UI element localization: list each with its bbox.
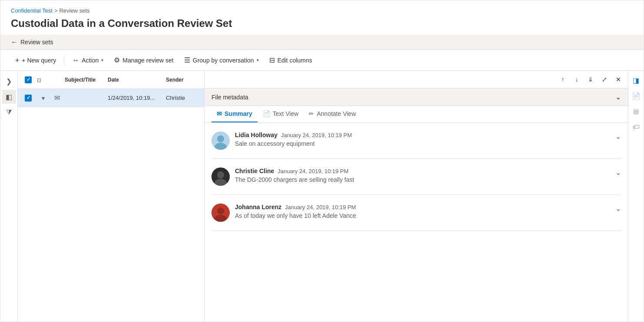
row-date: 1/24/2019, 10:19... — [108, 95, 164, 101]
back-button[interactable]: ← Review sets — [11, 38, 53, 46]
document-icon[interactable]: ◧ — [2, 90, 16, 104]
table-row[interactable]: ▾ ✉ 1/24/2019, 10:19... Christie — [18, 89, 204, 107]
nav-down-button[interactable]: ↓ — [571, 73, 583, 85]
message-header: Christie Cline January 24, 2019, 10:19 P… — [235, 168, 610, 174]
textview-tab-icon: 📄 — [263, 110, 270, 117]
sender-name: Lidia Holloway — [235, 131, 277, 138]
sender-name: Christie Cline — [235, 168, 274, 174]
annotate-tab-label: Annotate View — [317, 110, 356, 117]
svg-point-1 — [217, 135, 224, 142]
expand-icon: ▾ — [42, 95, 45, 102]
new-query-label: + New query — [22, 57, 56, 64]
group-by-conversation-button[interactable]: ☰ Group by conversation ▾ — [180, 53, 263, 67]
avatar — [211, 131, 230, 150]
row-sender: Christie — [166, 95, 201, 101]
message-time: January 24, 2019, 10:19 PM — [281, 132, 352, 138]
action-label: Action — [82, 57, 99, 64]
item-expand-icon[interactable]: ⌄ — [615, 131, 621, 141]
group-by-label: Group by conversation — [193, 57, 254, 64]
list-item: Johanna Lorenz January 24, 2019, 10:19 P… — [211, 195, 621, 231]
row-select-checkbox[interactable] — [25, 95, 32, 102]
panel-view-icon[interactable]: ◨ — [630, 74, 642, 86]
grid-icon[interactable]: ⊞ — [630, 105, 642, 118]
columns-icon: ⊟ — [269, 56, 275, 64]
action-icon: ↔ — [72, 56, 79, 64]
header-checkbox-col — [21, 76, 35, 83]
item-expand-icon[interactable]: ⌄ — [615, 204, 621, 213]
tab-annotate-view[interactable]: ✏ Annotate View — [304, 106, 361, 122]
annotate-tab-icon: ✏ — [309, 110, 314, 117]
textview-tab-label: Text View — [273, 110, 299, 117]
summary-tab-icon: ✉ — [217, 110, 222, 117]
message-text: The DG-2000 chargers are selling really … — [235, 176, 610, 183]
message-header: Lidia Holloway January 24, 2019, 10:19 P… — [235, 131, 610, 138]
list-item: Lidia Holloway January 24, 2019, 10:19 P… — [211, 123, 621, 159]
filter-icon[interactable]: ⧩ — [2, 105, 16, 119]
manage-review-set-button[interactable]: ⚙ Manage review set — [109, 53, 178, 67]
new-query-button[interactable]: + + New query — [11, 54, 60, 67]
message-time: January 24, 2019, 10:19 PM — [277, 168, 348, 174]
avatar — [211, 204, 230, 222]
nav-expand-button[interactable]: ⤢ — [598, 73, 611, 85]
avatar — [211, 168, 230, 186]
panel-close-button[interactable]: ✕ — [612, 73, 624, 85]
tab-summary[interactable]: ✉ Summary — [211, 106, 258, 122]
tab-text-view[interactable]: 📄 Text View — [258, 106, 304, 122]
metadata-chevron-icon[interactable]: ⌄ — [615, 93, 621, 101]
row-expand-toggle[interactable]: ▾ — [37, 95, 49, 102]
sender-column-header[interactable]: Sender — [166, 77, 201, 83]
action-button[interactable]: ↔ Action ▾ — [68, 54, 108, 67]
gear-icon: ⚙ — [114, 56, 120, 64]
toolbar: + + New query ↔ Action ▾ ⚙ Manage review… — [0, 50, 644, 71]
message-time: January 24, 2019, 10:19 PM — [285, 204, 356, 210]
group-chevron-icon: ▾ — [257, 58, 259, 62]
document-table: ⊡ Subject/Title Date Sender ▾ ✉ 1/24/201… — [18, 71, 205, 322]
edit-columns-label: Edit columns — [277, 57, 312, 64]
message-content: Lidia Holloway January 24, 2019, 10:19 P… — [235, 131, 610, 147]
file-metadata-bar: File metadata ⌄ — [205, 89, 628, 106]
right-icon-panel: ◨ 📄 ⊞ 🏷 — [628, 71, 644, 322]
page-title: Custodial Data in a Conversation Review … — [11, 17, 633, 30]
list-item: Christie Cline January 24, 2019, 10:19 P… — [211, 159, 621, 195]
date-column-header[interactable]: Date — [108, 77, 164, 83]
expand-panel-icon[interactable]: ❯ — [2, 74, 16, 88]
email-type-icon: ✉ — [51, 94, 63, 102]
document-icon-right[interactable]: 📄 — [630, 90, 642, 102]
action-chevron-icon: ▾ — [101, 58, 103, 62]
back-label: Review sets — [20, 39, 53, 46]
breadcrumb-current: Review sets — [59, 7, 89, 14]
back-nav: ← Review sets — [0, 35, 644, 50]
breadcrumb-separator: > — [54, 7, 58, 14]
breadcrumb: Confidential Test > Review sets — [11, 7, 633, 14]
tag-icon[interactable]: 🏷 — [630, 121, 642, 133]
sender-name: Johanna Lorenz — [235, 204, 281, 210]
row-checkbox[interactable] — [21, 95, 35, 102]
group-icon: ☰ — [184, 56, 190, 64]
subject-column-header[interactable]: Subject/Title — [65, 77, 106, 83]
nav-up-button[interactable]: ↑ — [557, 73, 569, 85]
header-expand-col: ⊡ — [37, 76, 49, 83]
message-content: Johanna Lorenz January 24, 2019, 10:19 P… — [235, 204, 610, 219]
svg-point-4 — [217, 171, 224, 178]
conversation-list: Lidia Holloway January 24, 2019, 10:19 P… — [205, 123, 628, 322]
message-header: Johanna Lorenz January 24, 2019, 10:19 P… — [235, 204, 610, 210]
edit-columns-button[interactable]: ⊟ Edit columns — [265, 53, 317, 67]
svg-point-7 — [217, 207, 224, 214]
item-expand-icon[interactable]: ⌄ — [615, 168, 621, 177]
main-content: ❯ ◧ ⧩ ⊡ Subject/Title Date Sender — [0, 71, 644, 322]
breadcrumb-link[interactable]: Confidential Test — [11, 7, 53, 14]
expand-col-icon: ⊡ — [37, 77, 41, 83]
page-header: Confidential Test > Review sets Custodia… — [0, 0, 644, 35]
message-text: Sale on accessory equipment — [235, 140, 610, 147]
panel-navigation: ↑ ↓ ⇓ ⤢ ✕ — [205, 71, 628, 89]
left-sidebar: ❯ ◧ ⧩ — [0, 71, 18, 322]
message-content: Christie Cline January 24, 2019, 10:19 P… — [235, 168, 610, 183]
nav-down-end-button[interactable]: ⇓ — [585, 73, 597, 85]
message-text: As of today we only have 10 left Adele V… — [235, 212, 610, 219]
table-header: ⊡ Subject/Title Date Sender — [18, 71, 204, 89]
right-panel: ↑ ↓ ⇓ ⤢ ✕ File metadata ⌄ ✉ Summary 📄 Te — [205, 71, 628, 322]
back-arrow-icon: ← — [11, 38, 18, 46]
file-metadata-label: File metadata — [211, 94, 248, 101]
summary-tab-label: Summary — [225, 110, 252, 117]
select-all-checkbox[interactable] — [25, 76, 32, 83]
